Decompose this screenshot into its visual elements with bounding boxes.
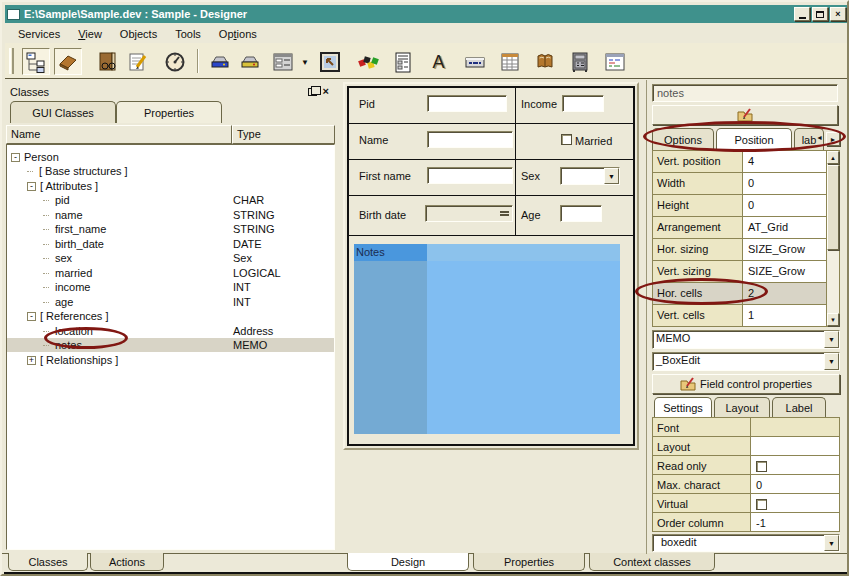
bottom-tab-context-classes[interactable]: Context classes bbox=[589, 553, 715, 571]
tab-layout[interactable]: Layout bbox=[714, 397, 770, 417]
maximize-button[interactable] bbox=[812, 7, 828, 21]
tree-item-references[interactable]: -[ References ] bbox=[7, 309, 334, 323]
tree-item-married[interactable]: marriedLOGICAL bbox=[7, 266, 334, 280]
income-input[interactable] bbox=[562, 95, 604, 112]
class-tree-button[interactable] bbox=[22, 48, 50, 75]
first-name-input[interactable] bbox=[427, 167, 513, 184]
property-row[interactable]: Hor. sizingSIZE_Grow bbox=[653, 239, 839, 261]
tab-settings[interactable]: Settings bbox=[654, 397, 712, 417]
dropdown-button[interactable]: ▼ bbox=[824, 331, 839, 348]
tree-item-sex[interactable]: sexSex bbox=[7, 251, 334, 265]
menu-services[interactable]: Services bbox=[9, 26, 69, 42]
property-row[interactable]: ArrangementAT_Grid bbox=[653, 217, 839, 239]
toolbar-gripper[interactable] bbox=[9, 48, 14, 74]
bottom-tab-design[interactable]: Design bbox=[347, 553, 469, 571]
property-row-order-column[interactable]: Order column-1 bbox=[653, 513, 839, 532]
property-row[interactable]: Width0 bbox=[653, 173, 839, 195]
age-input[interactable] bbox=[560, 205, 602, 222]
tab-options[interactable]: Options bbox=[652, 128, 714, 150]
drive-open-button[interactable] bbox=[236, 48, 264, 75]
title-bar[interactable]: E:\Sample\Sample.dev : Sample - Designer… bbox=[5, 5, 848, 23]
close-button[interactable]: × bbox=[830, 7, 846, 21]
tab-scroll-left-icon[interactable]: ◄ bbox=[816, 134, 823, 141]
tab-label[interactable]: Label bbox=[772, 397, 826, 417]
drive-save-button[interactable] bbox=[206, 48, 234, 75]
eraser-button[interactable] bbox=[54, 48, 82, 75]
tree-item-first-name[interactable]: first_nameSTRING bbox=[7, 222, 334, 236]
code-window-button[interactable] bbox=[601, 48, 629, 75]
tree-item-name[interactable]: nameSTRING bbox=[7, 208, 334, 222]
menu-tools[interactable]: Tools bbox=[166, 26, 210, 42]
boxedit-combobox[interactable]: boxedit ▼ bbox=[652, 534, 840, 552]
type-combobox[interactable]: MEMO ▼ bbox=[652, 330, 840, 349]
column-header-name[interactable]: Name bbox=[6, 125, 232, 144]
name-input[interactable] bbox=[427, 131, 513, 148]
bottom-tab-classes[interactable]: Classes bbox=[8, 553, 88, 571]
menu-options[interactable]: Options bbox=[210, 26, 266, 42]
tree-item-person[interactable]: -Person bbox=[7, 150, 334, 164]
close-panel-icon[interactable]: × bbox=[323, 86, 329, 97]
book-button[interactable] bbox=[531, 48, 559, 75]
edit-notepad-button[interactable] bbox=[124, 48, 152, 75]
dropdown-button[interactable]: ▼ bbox=[604, 168, 619, 184]
selected-control-name-field[interactable]: notes bbox=[652, 84, 838, 102]
married-checkbox[interactable] bbox=[561, 134, 572, 145]
picture-link-button[interactable] bbox=[316, 48, 344, 75]
field-control-properties-button[interactable]: Field control properties bbox=[652, 374, 840, 394]
collapse-icon[interactable]: - bbox=[27, 312, 36, 321]
scrollbar-thumb[interactable] bbox=[827, 165, 839, 250]
collapse-icon[interactable]: - bbox=[27, 182, 36, 191]
dial-button[interactable] bbox=[161, 48, 189, 75]
ribbon-button[interactable] bbox=[354, 48, 382, 75]
birth-date-input[interactable] bbox=[425, 205, 513, 222]
tree-item-attributes[interactable]: -[ Attributes ] bbox=[7, 179, 334, 193]
notes-memo-control[interactable]: Notes bbox=[354, 244, 620, 434]
tree-item-relationships[interactable]: +[ Relationships ] bbox=[7, 353, 334, 367]
property-row-virtual[interactable]: Virtual bbox=[653, 494, 839, 513]
tree-item-notes[interactable]: notesMEMO bbox=[7, 338, 334, 352]
dropdown-button[interactable]: ▼ bbox=[824, 353, 839, 370]
tree-item-income[interactable]: incomeINT bbox=[7, 280, 334, 294]
collapse-icon[interactable]: - bbox=[11, 153, 20, 162]
tree-item-birth-date[interactable]: birth_dateDATE bbox=[7, 237, 334, 251]
bottom-tab-actions[interactable]: Actions bbox=[90, 553, 164, 571]
menu-view[interactable]: View bbox=[69, 26, 111, 42]
reference-book-button[interactable] bbox=[93, 48, 121, 75]
control-class-combobox[interactable]: _BoxEdit ▼ bbox=[652, 352, 840, 371]
tab-gui-classes[interactable]: GUI Classes bbox=[10, 101, 116, 123]
virtual-checkbox[interactable] bbox=[756, 499, 767, 510]
server-button[interactable] bbox=[566, 48, 594, 75]
form-designer[interactable]: Pid Income Name Married First name Sex ▼… bbox=[347, 86, 635, 446]
property-row[interactable]: Height0 bbox=[653, 195, 839, 217]
button-control-button[interactable] bbox=[461, 48, 489, 75]
dropdown-button[interactable]: ▼ bbox=[824, 535, 839, 551]
property-row-hor-cells[interactable]: Hor. cells2 bbox=[653, 283, 839, 305]
tree-item-location[interactable]: locationAddress bbox=[7, 324, 334, 338]
scroll-down-button[interactable]: ▼ bbox=[827, 313, 839, 326]
property-row-layout[interactable]: Layout bbox=[653, 437, 839, 456]
read-only-checkbox[interactable] bbox=[756, 461, 767, 472]
property-row[interactable]: Vert. position4 bbox=[653, 151, 839, 173]
property-row[interactable]: Vert. cells1 bbox=[653, 305, 839, 327]
sex-combobox[interactable]: ▼ bbox=[560, 167, 620, 185]
property-grid-scrollbar[interactable]: ▲ ▼ bbox=[826, 151, 839, 326]
float-panel-icon[interactable] bbox=[308, 88, 317, 96]
expand-icon[interactable]: + bbox=[27, 356, 36, 365]
tab-scroll-right-button[interactable]: ► bbox=[826, 132, 840, 146]
property-row-font[interactable]: Font bbox=[653, 418, 839, 437]
column-header-type[interactable]: Type bbox=[232, 125, 335, 144]
pid-input[interactable] bbox=[427, 95, 507, 112]
property-row[interactable]: Vert. sizingSIZE_Grow bbox=[653, 261, 839, 283]
tree-item-pid[interactable]: pidCHAR bbox=[7, 193, 334, 207]
property-row-max-characters[interactable]: Max. charact0 bbox=[653, 475, 839, 494]
form-window-dropdown-arrow[interactable]: ▼ bbox=[301, 58, 309, 67]
report-button[interactable] bbox=[389, 48, 417, 75]
edit-properties-button[interactable] bbox=[652, 105, 838, 125]
property-row-read-only[interactable]: Read only bbox=[653, 456, 839, 475]
tab-position[interactable]: Position bbox=[716, 128, 792, 150]
font-button[interactable]: AA bbox=[426, 48, 454, 75]
scroll-up-button[interactable]: ▲ bbox=[827, 151, 839, 164]
menu-objects[interactable]: Objects bbox=[111, 26, 166, 42]
form-window-button[interactable] bbox=[269, 48, 297, 75]
minimize-button[interactable] bbox=[794, 7, 810, 21]
